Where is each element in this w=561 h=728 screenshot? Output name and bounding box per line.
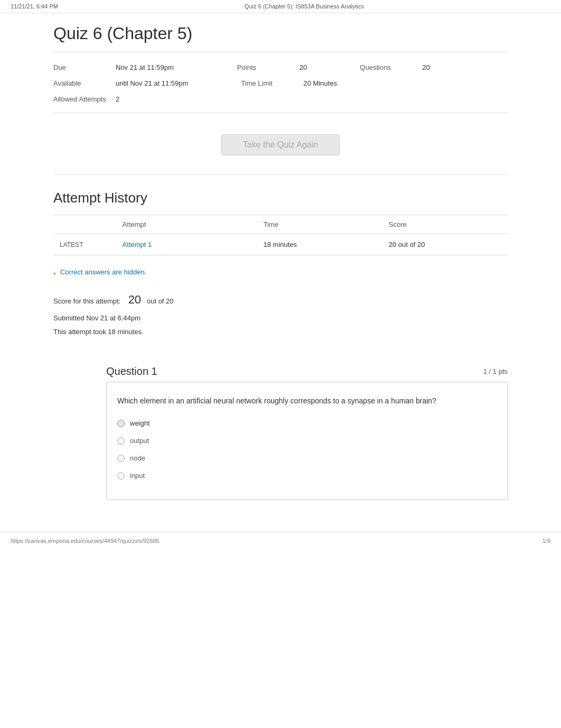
col-header-score: Score (382, 215, 508, 234)
question-card-1: Which element in an artificial neural ne… (106, 382, 508, 500)
bottom-bar: https://canvas.emporia.edu/courses/44947… (0, 532, 561, 549)
duration-line: This attempt took 18 minutes. (53, 325, 508, 339)
radio-circle[interactable] (117, 420, 125, 427)
score-suffix: out of 20 (147, 297, 174, 305)
table-header-row: Attempt Time Score (53, 215, 508, 234)
answer-label: input (130, 472, 145, 480)
questions-pair: Questions 20 (360, 61, 429, 75)
points-value: 20 (300, 61, 307, 75)
radio-circle[interactable] (117, 455, 125, 462)
answer-option: node (117, 454, 497, 462)
answer-label: node (130, 454, 145, 462)
row-attempt[interactable]: Attempt 1 (116, 234, 257, 255)
top-bar-title: Quiz 6 (Chapter 5): IS853A Business Anal… (245, 3, 364, 10)
questions-value: 20 (422, 61, 429, 75)
time-limit-pair: Time Limit 20 Minutes (241, 77, 337, 90)
allowed-attempts-label: Allowed Attempts (53, 93, 111, 106)
time-limit-label: Time Limit (241, 77, 299, 90)
attempt-history-title: Attempt History (53, 175, 508, 215)
notice-icon: ▪ (53, 269, 56, 278)
row-score: 20 out of 20 (382, 234, 508, 255)
time-limit-value: 20 Minutes (303, 77, 337, 90)
col-header-tag (53, 215, 116, 234)
page-content: Quiz 6 (Chapter 5) Due Nov 21 at 11:59pm… (43, 13, 518, 500)
due-pair: Due Nov 21 at 11:59pm (53, 61, 174, 75)
notice-text: Correct answers are hidden. (60, 268, 146, 276)
radio-circle[interactable] (117, 437, 125, 445)
table-row: LATEST Attempt 1 18 minutes 20 out of 20 (53, 234, 508, 255)
allowed-attempts-value: 2 (116, 93, 119, 106)
meta-row-1: Due Nov 21 at 11:59pm Points 20 Question… (53, 61, 508, 75)
points-label: Points (237, 61, 295, 75)
question-header-1: Question 1 1 / 1 pts (106, 360, 508, 382)
row-tag: LATEST (53, 234, 116, 255)
quiz-meta: Due Nov 21 at 11:59pm Points 20 Question… (53, 52, 508, 113)
questions-label: Questions (360, 61, 418, 75)
col-header-attempt: Attempt (116, 215, 257, 234)
submitted-line: Submitted Nov 21 at 6:44pm (53, 311, 508, 325)
due-value: Nov 21 at 11:59pm (116, 61, 174, 75)
meta-row-2: Available until Nov 21 at 11:59pm Time L… (53, 77, 508, 90)
top-bar: 11/21/21, 6:44 PM Quiz 6 (Chapter 5): IS… (0, 0, 561, 13)
footer-url: https://canvas.emporia.edu/courses/44947… (11, 538, 159, 544)
allowed-attempts-pair: Allowed Attempts 2 (53, 93, 119, 106)
answer-option: input (117, 472, 497, 480)
row-time: 18 minutes (257, 234, 382, 255)
answer-label: weight (130, 419, 150, 427)
question-block-1: Question 1 1 / 1 pts Which element in an… (106, 360, 508, 500)
attempt-history-table: Attempt Time Score LATEST Attempt 1 18 m… (53, 215, 508, 255)
available-value: until Nov 21 at 11:59pm (116, 77, 188, 90)
meta-row-3: Allowed Attempts 2 (53, 93, 508, 106)
answer-option: output (117, 437, 497, 445)
available-pair: Available until Nov 21 at 11:59pm (53, 77, 188, 90)
answer-options: weight output node input (117, 419, 497, 480)
top-bar-time: 11/21/21, 6:44 PM (11, 3, 58, 10)
footer-page: 1/9 (543, 538, 550, 544)
answer-label: output (130, 437, 149, 445)
take-quiz-section: Take the Quiz Again (53, 113, 508, 175)
question-text-1: Which element in an artificial neural ne… (117, 395, 497, 407)
question-title-1: Question 1 (106, 365, 157, 377)
available-label: Available (53, 77, 111, 90)
answer-option: weight (117, 419, 497, 427)
attempt-score-section: Score for this attempt: 20 out of 20 Sub… (53, 280, 508, 349)
score-label: Score for this attempt: (53, 297, 120, 305)
score-line: Score for this attempt: 20 out of 20 (53, 288, 508, 311)
due-label: Due (53, 61, 111, 75)
question-pts-1: 1 / 1 pts (483, 367, 508, 375)
col-header-time: Time (257, 215, 382, 234)
points-pair: Points 20 (237, 61, 307, 75)
score-number: 20 (128, 293, 141, 306)
quiz-title: Quiz 6 (Chapter 5) (53, 13, 508, 52)
radio-circle[interactable] (117, 472, 125, 480)
notice-box: ▪ Correct answers are hidden. (53, 266, 508, 280)
take-quiz-button[interactable]: Take the Quiz Again (221, 134, 340, 155)
